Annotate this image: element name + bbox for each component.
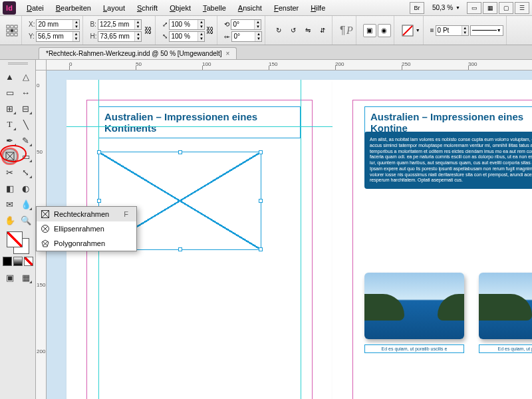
ellipse-frame-icon <box>41 224 50 233</box>
rotate-ccw-icon[interactable]: ↺ <box>287 24 300 37</box>
select-content-icon[interactable]: ◉ <box>378 24 391 37</box>
page-tool[interactable]: ▭ <box>3 85 17 100</box>
svg-rect-3 <box>7 29 9 32</box>
scale-y-field[interactable] <box>170 33 198 40</box>
note-tool[interactable]: ✉ <box>3 197 17 211</box>
menu-schrift[interactable]: Schrift <box>132 3 163 13</box>
headline-left[interactable]: Australien – Impressionen eines Kontinen… <box>98 106 301 138</box>
shear-field[interactable] <box>232 33 255 40</box>
content-collector-tool[interactable]: ⊞ <box>3 101 17 116</box>
view-mode-1[interactable]: ▭ <box>467 2 481 14</box>
preview-mode[interactable]: ▦ <box>19 270 33 285</box>
gradient-feather-tool[interactable]: ◐ <box>19 181 33 196</box>
stroke-weight-field[interactable] <box>436 27 462 34</box>
type-tool[interactable]: T <box>3 117 17 132</box>
flip-h-icon[interactable]: ⇋ <box>301 24 315 37</box>
normal-view-mode[interactable]: ▣ <box>3 270 17 285</box>
para-style-icon[interactable]: ¶ <box>339 25 345 37</box>
photo-1[interactable] <box>364 273 464 339</box>
document-tab[interactable]: *Rechteck-Rahmen-Werkzeug.indd @ 50 % [U… <box>39 47 237 59</box>
menu-tabelle[interactable]: Tabelle <box>198 3 231 13</box>
hand-tool[interactable]: ✋ <box>3 213 17 227</box>
constrain-scale-icon[interactable]: ⛓ <box>206 26 214 35</box>
line-tool[interactable]: ╲ <box>19 117 33 132</box>
scale-y-icon: ⤡ <box>162 33 168 40</box>
flyout-polygonrahmen[interactable]: Polygonrahmen <box>37 236 136 251</box>
document-tab-bar: *Rechteck-Rahmen-Werkzeug.indd @ 50 % [U… <box>0 45 532 60</box>
panel-grip[interactable] <box>8 63 28 66</box>
char-style-icon[interactable]: P <box>346 25 353 37</box>
body-text-frame[interactable]: Am alist, as nobitat lam volores es nobi… <box>364 132 532 189</box>
scissors-tool[interactable]: ✂ <box>3 165 17 180</box>
flyout-rechteckrahmen[interactable]: Rechteckrahmen F <box>37 207 136 221</box>
x-field[interactable] <box>37 21 72 28</box>
frame-tool-flyout: Rechteckrahmen F Ellipsenrahmen Polygonr… <box>36 206 137 251</box>
menu-fenster[interactable]: Fenster <box>269 3 304 13</box>
h-field[interactable] <box>98 33 134 40</box>
constrain-wh-icon[interactable]: ⛓ <box>144 26 152 35</box>
menu-hilfe[interactable]: Hilfe <box>305 3 331 13</box>
pencil-tool[interactable]: ✎ <box>19 133 33 148</box>
control-bar: X:▲▼ Y:▲▼ B:▲▼ H:▲▼ ⛓ ⤢▲▼ ⤡▲▼ ⛓ ⟲▲▼ ⬰▲▼ … <box>0 16 532 45</box>
caption-2[interactable]: Ed es quiam, ut poratib uscilis <box>479 344 532 353</box>
zoom-tool[interactable]: 🔍 <box>19 213 33 227</box>
document-tab-title: *Rechteck-Rahmen-Werkzeug.indd @ 50 % [U… <box>46 50 222 57</box>
menu-bar: Id Datei Bearbeiten Layout Schrift Objek… <box>0 0 532 16</box>
view-mode-2[interactable]: ▦ <box>483 2 497 14</box>
svg-rect-5 <box>15 29 17 32</box>
svg-rect-4 <box>11 29 13 32</box>
eyedropper-tool[interactable]: 💧 <box>19 197 33 211</box>
w-field[interactable] <box>98 21 134 28</box>
gap-tool[interactable]: ↔ <box>19 85 33 100</box>
horizontal-ruler[interactable]: 0 50 100 150 200 250 300 350 <box>47 60 532 70</box>
selection-tool[interactable]: ▲ <box>3 69 17 84</box>
menu-bearbeiten[interactable]: Bearbeiten <box>51 3 96 13</box>
zoom-dropdown-icon[interactable]: ▼ <box>456 5 460 10</box>
scale-x-icon: ⤢ <box>162 21 168 28</box>
direct-selection-tool[interactable]: △ <box>19 69 33 84</box>
select-container-icon[interactable]: ▣ <box>363 24 376 37</box>
pen-tool[interactable]: ✒ <box>3 133 17 148</box>
rotate-cw-icon[interactable]: ↻ <box>272 24 285 37</box>
svg-rect-2 <box>15 25 17 28</box>
zoom-level[interactable]: 50,3 % <box>432 4 453 11</box>
arrange-button[interactable]: ☰ <box>515 2 529 14</box>
svg-rect-7 <box>11 33 13 36</box>
ruler-origin[interactable] <box>36 60 47 70</box>
gradient-swatch-tool[interactable]: ◧ <box>3 181 17 196</box>
menu-layout[interactable]: Layout <box>98 3 130 13</box>
flyout-ellipsenrahmen[interactable]: Ellipsenrahmen <box>37 221 136 236</box>
caption-1[interactable]: Ed es quiam, ut poratib uscilis e <box>364 344 464 353</box>
rectangle-frame-tool[interactable] <box>3 149 17 164</box>
menu-ansicht[interactable]: Ansicht <box>233 3 267 13</box>
menu-objekt[interactable]: Objekt <box>164 3 196 13</box>
bridge-button[interactable]: Br <box>410 2 424 14</box>
stroke-weight-icon: ≡ <box>430 27 434 34</box>
scale-x-field[interactable] <box>170 21 198 28</box>
reference-point[interactable] <box>3 16 22 45</box>
fill-stroke-swatch[interactable] <box>7 231 29 254</box>
svg-rect-0 <box>7 25 9 28</box>
svg-rect-6 <box>7 33 9 36</box>
y-field[interactable] <box>37 33 72 40</box>
menu-datei[interactable]: Datei <box>21 3 49 13</box>
fill-swatch[interactable] <box>401 24 414 37</box>
tools-panel: ▲△ ▭↔ ⊞⊟ T╲ ✒✎ ▭ ✂⤡ ◧◐ ✉💧 ✋🔍 ▣▦ <box>0 60 36 399</box>
close-tab-icon[interactable]: × <box>226 50 230 57</box>
fill-dropdown-icon[interactable]: ▼ <box>416 28 420 33</box>
photo-2[interactable] <box>479 273 532 339</box>
rotate-field[interactable] <box>231 21 254 28</box>
apply-gradient-icon[interactable] <box>13 257 23 266</box>
shear-icon: ⬰ <box>224 33 230 41</box>
apply-color-icon[interactable] <box>3 257 12 266</box>
svg-rect-8 <box>15 33 17 36</box>
polygon-frame-icon <box>41 239 50 248</box>
stroke-style-dropdown[interactable]: ▼ <box>470 25 503 36</box>
free-transform-tool[interactable]: ⤡ <box>19 165 33 180</box>
rectangle-tool[interactable]: ▭ <box>19 149 33 164</box>
screen-mode[interactable]: ▢ <box>499 2 513 14</box>
flip-v-icon[interactable]: ⇵ <box>316 24 329 37</box>
svg-rect-1 <box>11 25 13 28</box>
apply-none-icon[interactable] <box>24 257 33 266</box>
content-placer-tool[interactable]: ⊟ <box>19 101 33 116</box>
